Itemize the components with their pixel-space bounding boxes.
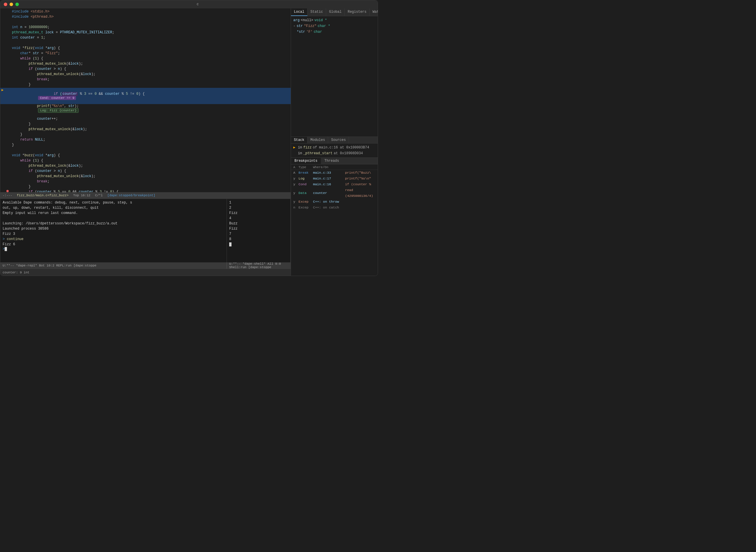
code-line-16: ▶ if (counter % 3 == 0 && counter % 5 !=…	[0, 88, 291, 104]
code-line-12: if (counter > n) {	[0, 67, 291, 72]
code-line-25: void *buzz(void *arg) {	[0, 153, 291, 159]
stack-frame-0: ▶ in fizz of main.c:16 at 0x100003B74	[293, 145, 375, 150]
stack-content: ▶ in fizz of main.c:16 at 0x100003B74 in…	[291, 143, 378, 157]
code-line-28: if (counter > n) {	[0, 169, 291, 174]
repl-line-7: > continue	[3, 237, 224, 242]
tab-stack[interactable]: Stack	[291, 137, 308, 143]
execution-arrow: ▶	[1, 88, 5, 92]
repl-line-3: Empty input will rerun last command.	[3, 211, 224, 216]
tab-global[interactable]: Global	[326, 8, 345, 16]
tab-local[interactable]: Local	[291, 8, 308, 16]
repl-line-1: Available Dape commands: debug, next, co…	[3, 200, 224, 205]
code-line-9: char* str = "Fizz";	[0, 51, 291, 56]
code-line-30: break;	[0, 179, 291, 185]
close-button[interactable]	[4, 3, 7, 6]
line-arrow-2	[1, 15, 5, 19]
tab-registers[interactable]: Registers	[345, 8, 369, 16]
tab-static[interactable]: Static	[308, 8, 326, 16]
code-line-23: }	[0, 143, 291, 148]
code-line-10: while (1) {	[0, 56, 291, 62]
status-file-mode: C/*l	[95, 194, 103, 197]
code-line-6: int counter = 1;	[0, 36, 291, 41]
log-tooltip: Log: Fizz {counter}	[38, 108, 78, 113]
bp-row-6[interactable]: n Excep C++: on catch	[291, 205, 378, 211]
output-1: 1	[229, 200, 288, 205]
maximize-button[interactable]	[15, 3, 19, 6]
output-cursor-line	[229, 242, 288, 247]
output-4: 4	[229, 216, 288, 221]
main-content: #include <stdio.h> #include <pthread.h>	[0, 8, 378, 276]
breakpoints-tabs: Breakpoints Threads	[291, 158, 378, 164]
stack-tabs: Stack Modules Sources	[291, 137, 378, 143]
bp-row-3[interactable]: y Cond main.c:16 if (counter %	[291, 181, 378, 187]
var-str: - str "Fizz" char *	[293, 23, 375, 29]
bp-dot-32[interactable]	[5, 190, 10, 192]
output-3: Fizz	[229, 211, 288, 216]
code-line-2: #include <pthread.h>	[0, 15, 291, 20]
code-line-22: return NULL;	[0, 138, 291, 143]
code-line-4: int n = 100000000;	[0, 25, 291, 30]
output-panel[interactable]: 1 2 Fizz 4 Buzz Fizz 7 8	[227, 199, 291, 262]
code-line-11: pthread_mutex_lock(&lock);	[0, 62, 291, 67]
bp-row-4[interactable]: y Data counter read (4295000136/4)	[291, 187, 378, 199]
editor-status-bar: -:--- fizz_buzz/main.c<fizz_buzz> Top 16…	[0, 192, 291, 198]
repl-input-area[interactable]: >	[3, 247, 224, 251]
right-panel: Local Static Global Registers Watch arg …	[291, 8, 378, 276]
code-line-31: }	[0, 185, 291, 190]
code-line-27: pthread_mutex_lock(&lock);	[0, 164, 291, 169]
tab-breakpoints[interactable]: Breakpoints	[291, 158, 321, 164]
stack-frame-1: in _pthread_start at 0x18908D034	[293, 150, 375, 156]
repl-line-8: Fizz 6	[3, 242, 224, 247]
output-6: Fizz	[229, 226, 288, 231]
code-line-20: pthread_mutex_unlock(&lock);	[0, 127, 291, 133]
code-line-29: pthread_mutex_unlock(&lock);	[0, 174, 291, 179]
code-line-13: pthread_mutex_unlock(&lock);	[0, 72, 291, 78]
code-line-14: break;	[0, 78, 291, 83]
status-filename: fizz_buzz/main.c<fizz_buzz>	[17, 194, 69, 197]
window-title: c	[21, 2, 374, 6]
variables-panel: arg <null> void * - str "Fizz" char * *s…	[291, 16, 378, 137]
repl-line-blank	[3, 216, 224, 221]
bp-row-5[interactable]: y Excep C++: on throw	[291, 199, 378, 205]
bp-col-header: A Type Where/On	[291, 165, 378, 170]
footer-text: counter: 9 int	[3, 271, 29, 274]
tab-modules[interactable]: Modules	[308, 137, 328, 143]
line-content-1: #include <stdio.h>	[10, 10, 290, 14]
code-line-15: }	[0, 83, 291, 88]
titlebar: c	[0, 0, 378, 8]
repl-status: U:**-- *dape-repl* Bot 10:2 REPL:run [da…	[0, 262, 227, 269]
bp-table: A Type Where/On A Break main.c:33 printf…	[291, 164, 378, 276]
editor-panel: #include <stdio.h> #include <pthread.h>	[0, 8, 291, 276]
bp-row-2[interactable]: y Log main.c:17 printf("%s\n"	[291, 176, 378, 181]
output-cursor	[229, 242, 231, 247]
code-line-17: printf("%s\n", str); Log: Fizz {counter}	[0, 104, 291, 117]
var-tabs: Local Static Global Registers Watch	[291, 8, 378, 16]
repl-status-text: U:**-- *dape-repl* Bot 10:2 REPL:run [da…	[3, 264, 96, 267]
line-arrow-1	[1, 10, 5, 14]
minimize-button[interactable]	[10, 3, 13, 6]
repl-cursor	[5, 247, 7, 251]
shell-status-text: U:**-- *dape-shell* All 9:0 Shell:run [d…	[229, 262, 288, 269]
tab-threads[interactable]: Threads	[321, 158, 342, 164]
output-8: 8	[229, 237, 288, 242]
code-area[interactable]: #include <stdio.h> #include <pthread.h>	[0, 8, 291, 192]
bottom-panels: Available Dape commands: debug, next, co…	[0, 198, 291, 262]
code-line-blank1	[0, 20, 291, 25]
repl-line-4: Launching: /Users/dpettersson/Workspace/…	[3, 221, 224, 226]
repl-line-6: Fizz 3	[3, 231, 224, 237]
code-line-blank2	[0, 41, 291, 46]
bp-row-1[interactable]: A Break main.c:33 printf("Buzz\	[291, 170, 378, 176]
repl-panel[interactable]: Available Dape commands: debug, next, co…	[0, 199, 227, 262]
var-arg: arg <null> void *	[293, 17, 375, 23]
code-line-32: if (counter % 5 == 0 && counter % 3 != 0…	[0, 190, 291, 192]
repl-line-5: Launched process 30586	[3, 226, 224, 231]
var-str-deref: *str 'F' char	[293, 29, 375, 35]
tab-watch[interactable]: Watch	[369, 8, 378, 16]
code-line-8: void *fizz(void *arg) {	[0, 46, 291, 51]
condition-tooltip: Cond: counter == 9	[38, 96, 76, 100]
bottom-status-row: U:**-- *dape-repl* Bot 10:2 REPL:run [da…	[0, 262, 291, 269]
tab-sources[interactable]: Sources	[328, 137, 349, 143]
status-scroll: Top 16:12	[73, 194, 90, 197]
status-dape: [dape:stopped/breakpoint]	[107, 194, 155, 197]
line-content-2: #include <pthread.h>	[10, 15, 290, 19]
